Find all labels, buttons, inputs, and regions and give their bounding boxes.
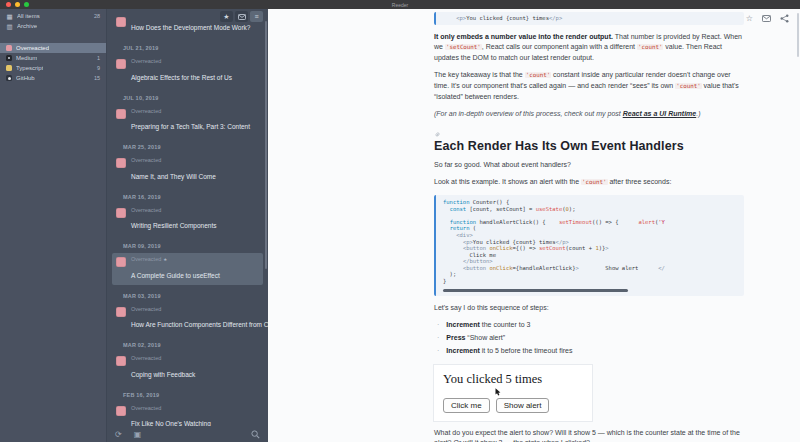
text-segment: “Show alert” (465, 334, 505, 341)
paragraph: Look at this example. It shows an alert … (434, 177, 744, 188)
app-window: Reeder ▦All items28▥Archive OverreactedM… (0, 0, 800, 442)
reading-pane: ☆ <p>You clicked {count} times</p> It on… (268, 9, 800, 442)
code-line: <button onClick={handleAlertClick}> Show… (443, 265, 737, 272)
code-token (443, 265, 463, 271)
code-line: <button onClick={() => setCount(count + … (443, 245, 737, 252)
titlebar: Reeder (0, 0, 800, 9)
article-list-item[interactable]: OverreactedHow Are Function Components D… (112, 303, 263, 335)
search-button[interactable] (251, 430, 260, 439)
anchor-link-icon[interactable] (434, 131, 744, 138)
article-list-item[interactable]: Overreacted★A Complete Guide to useEffec… (112, 253, 263, 285)
code-token: setTimeout (559, 219, 592, 225)
paragraph-note: (For an in-depth overview of this proces… (434, 109, 744, 120)
github-favicon (6, 75, 12, 81)
all-items-icon: ▦ (6, 13, 13, 20)
code-token: <button (463, 245, 490, 251)
article-item-text: OverreactedHow Are Function Components D… (131, 306, 260, 332)
paragraph: It only embeds a number value into the r… (434, 32, 744, 64)
sidebar-label: GitHub (16, 75, 35, 81)
refresh-button[interactable]: ⟳ (115, 430, 122, 439)
article-list: How Does the Development Mode Work?JUL 2… (107, 12, 268, 426)
sidebar-label: Archive (17, 23, 37, 29)
overreacted-favicon (6, 45, 12, 51)
steps-list: ·Increment the counter to 3·Press “Show … (437, 320, 744, 356)
article-list-scrollbar[interactable] (265, 21, 268, 269)
unread-filter-button[interactable] (235, 11, 248, 22)
sidebar-label: Medium (16, 55, 37, 61)
article-source: Overreacted (131, 157, 260, 165)
window-title: Reeder (0, 2, 800, 8)
list-view-button[interactable]: ≡ (250, 11, 263, 22)
source-label: Overreacted (131, 355, 161, 363)
article-list-pane: ★ ≡ How Does the Development Mode Work?J… (106, 9, 268, 442)
code-token: onClick (489, 265, 512, 271)
inline-code: count (581, 179, 607, 185)
article-source: Overreacted (131, 306, 260, 314)
code-token (443, 232, 456, 238)
source-label: Overreacted (131, 108, 161, 116)
paragraph: Let's say I do this sequence of steps: (434, 303, 744, 314)
code-line: ); (443, 271, 737, 278)
unread-count-badge: 28 (94, 13, 100, 19)
article-list-item[interactable]: OverreactedWriting Resilient Components (112, 204, 263, 236)
archive-button[interactable]: ▣ (134, 430, 142, 439)
share-article-button[interactable] (780, 14, 789, 23)
star-article-button[interactable]: ☆ (746, 15, 753, 23)
sidebar-feed-github[interactable]: GitHub15 (0, 73, 106, 83)
step-item: ·Increment the counter to 3 (437, 320, 744, 330)
article-list-item[interactable]: OverreactedCoping with Feedback (112, 352, 263, 384)
text-segment: It only embeds a number value into the r… (434, 33, 613, 40)
code-token (443, 239, 463, 245)
article-title: Preparing for a Tech Talk, Part 3: Conte… (131, 123, 250, 130)
code-horizontal-scrollbar[interactable] (443, 289, 628, 292)
overreacted-favicon (116, 109, 126, 119)
inline-code: count (637, 44, 663, 50)
source-label: Overreacted (131, 207, 161, 215)
cursor-icon (495, 388, 583, 396)
share-icon (780, 14, 789, 23)
code-token: Counter() { (473, 199, 509, 205)
overreacted-favicon (116, 208, 126, 218)
code-token: <div> (456, 232, 473, 238)
demo-show-alert-button: Show alert (496, 398, 550, 413)
source-label: Overreacted (131, 306, 161, 314)
star-filter-button[interactable]: ★ (220, 11, 233, 22)
paragraph: The key takeaway is that the count const… (434, 70, 744, 102)
overreacted-favicon (116, 158, 126, 168)
demo-click-me-button: Click me (443, 398, 490, 413)
sidebar-feed-overreacted[interactable]: Overreacted (0, 43, 106, 53)
inline-link[interactable]: React as a UI Runtime (623, 110, 697, 117)
article-title: A Complete Guide to useEffect (131, 272, 220, 279)
code-token: 'Y (658, 219, 665, 225)
article-list-item[interactable]: OverreactedFix Like No One's Watching (112, 402, 263, 427)
date-group-header: MAR 25, 2019 (123, 144, 263, 150)
sidebar-feed-medium[interactable]: Medium1 (0, 53, 106, 63)
text-segment: Increment (446, 321, 479, 328)
source-label: Overreacted (131, 405, 161, 413)
sidebar-item-archive[interactable]: ▥Archive (0, 21, 106, 31)
date-group-header: FEB 16, 2019 (123, 392, 263, 398)
overreacted-favicon (116, 406, 126, 416)
text-segment: after three seconds: (608, 178, 672, 185)
overreacted-favicon (116, 59, 126, 69)
text-segment: it to 5 before the timeout fires (480, 347, 573, 354)
article-list-item[interactable]: OverreactedAlgebraic Effects for the Res… (112, 55, 263, 87)
code-token: (() => { (592, 219, 638, 225)
code-token (443, 15, 456, 21)
date-group-header: JUL 21, 2019 (123, 45, 263, 51)
sidebar-item-all-items[interactable]: ▦All items28 (0, 11, 106, 21)
sidebar-feed-typescript[interactable]: Typescript9 (0, 63, 106, 73)
code-token: You clicked {count} times (473, 239, 556, 245)
article-list-item[interactable]: OverreactedName It, and They Will Come (112, 154, 263, 186)
code-line: <p>You clicked {count} times</p> (443, 15, 737, 22)
sidebar-label: All items (17, 13, 40, 19)
article-list-item[interactable]: OverreactedPreparing for a Tech Talk, Pa… (112, 105, 263, 137)
date-group-header: MAR 02, 2019 (123, 342, 263, 348)
demo-counter-text: You clicked 5 times (443, 372, 583, 387)
code-token: </p> (549, 15, 562, 21)
overreacted-favicon (116, 257, 126, 267)
email-article-button[interactable] (762, 15, 771, 22)
text-segment: Press (446, 334, 465, 341)
article-item-text: OverreactedCoping with Feedback (131, 355, 260, 381)
reader-scrollbar[interactable] (797, 13, 799, 57)
